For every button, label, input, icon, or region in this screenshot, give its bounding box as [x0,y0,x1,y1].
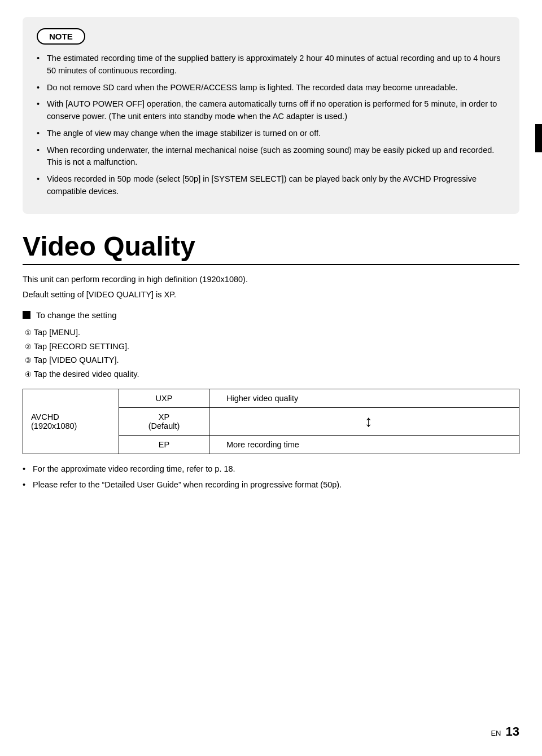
arrow-icon: ↕ [226,414,511,429]
quality-ep: EP [159,440,169,449]
step-text-3: Tap [VIDEO QUALITY]. [34,355,119,364]
table-cell-format: AVCHD(1920x1080) [23,389,119,454]
page-footer: EN 13 [491,724,519,739]
section-intro-line2: Default setting of [VIDEO QUALITY] is XP… [23,288,519,301]
table-cell-desc-ep: More recording time [209,436,519,454]
step-1: ① Tap [MENU]. [23,326,519,340]
desc-more: More recording time [226,440,299,449]
format-label: AVCHD(1920x1080) [31,412,77,430]
desc-higher: Higher video quality [226,394,298,403]
table-cell-uxp: UXP [119,389,209,408]
section-divider [23,264,519,265]
step-text-1: Tap [MENU]. [34,328,80,337]
footer-bullets: For the approximate video recording time… [23,463,519,491]
list-item: For the approximate video recording time… [23,463,519,476]
list-item: When recording underwater, the internal … [37,144,505,169]
note-label: NOTE [37,28,85,45]
list-item: Please refer to the “Detailed User Guide… [23,479,519,491]
quality-uxp: UXP [156,394,173,403]
page-number: 13 [506,724,519,739]
note-section: NOTE The estimated recording time of the… [23,17,519,214]
table-cell-desc-xp: ↕ [209,408,519,436]
change-heading-row: To change the setting [23,310,519,320]
list-item: Do not remove SD card when the POWER/ACC… [37,82,505,94]
step-num-4: ④ [25,370,32,379]
table-cell-xp: XP(Default) [119,408,209,436]
list-item: The angle of view may change when the im… [37,128,505,140]
quality-table: AVCHD(1920x1080) UXP Higher video qualit… [23,389,519,454]
table-cell-ep: EP [119,436,209,454]
step-4: ④ Tap the desired video quality. [23,367,519,381]
page-en-label: EN [491,729,501,737]
step-3: ③ Tap [VIDEO QUALITY]. [23,353,519,367]
list-item: The estimated recording time of the supp… [37,52,505,77]
section-intro-line1: This unit can perform recording in high … [23,273,519,286]
black-square-icon [23,311,30,319]
step-num-2: ② [25,342,32,351]
step-num-3: ③ [25,356,32,364]
right-tab [535,124,542,152]
step-text-4: Tap the desired video quality. [34,370,139,379]
table-row: AVCHD(1920x1080) UXP Higher video qualit… [23,389,519,408]
step-2: ② Tap [RECORD SETTING]. [23,340,519,354]
list-item: Videos recorded in 50p mode (select [50p… [37,173,505,198]
step-text-2: Tap [RECORD SETTING]. [34,342,129,351]
steps-list: ① Tap [MENU]. ② Tap [RECORD SETTING]. ③ … [23,326,519,381]
change-heading-label: To change the setting [36,310,117,320]
step-num-1: ① [25,328,32,337]
section-title: Video Quality [23,231,519,262]
table-cell-desc-uxp: Higher video quality [209,389,519,408]
note-list: The estimated recording time of the supp… [37,52,505,198]
quality-xp: XP(Default) [148,412,180,430]
list-item: With [AUTO POWER OFF] operation, the cam… [37,98,505,123]
